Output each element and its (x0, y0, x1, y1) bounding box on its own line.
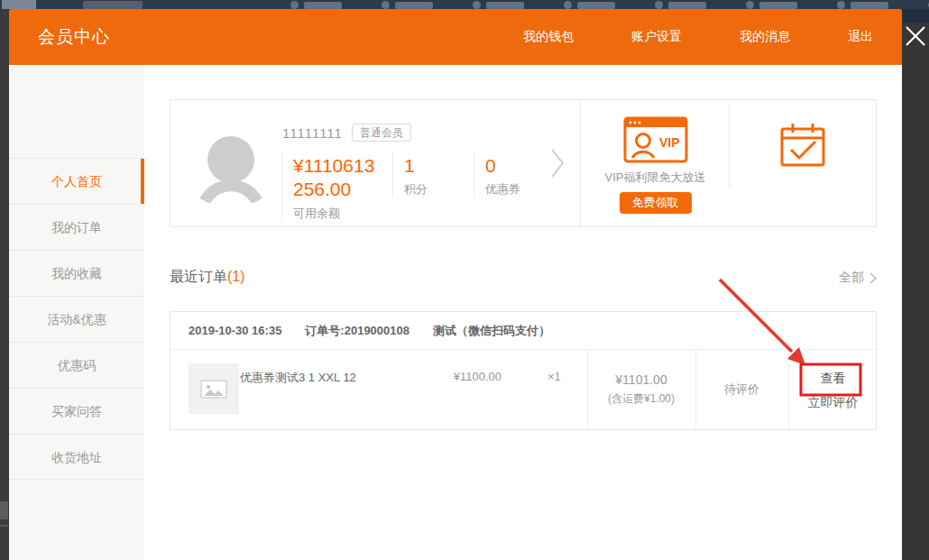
vip-promo-section: VIP VIP福利限免大放送 免费领取 (581, 100, 730, 226)
modal-header: 会员中心 我的钱包 账户设置 我的消息 退出 (9, 9, 902, 65)
sidebar-item-activities-offers[interactable]: 活动&优惠 (9, 296, 144, 342)
member-level-badge: 普通会员 (352, 124, 411, 142)
screen: 会员中心 我的钱包 账户设置 我的消息 退出 个人首页 我的订单 我的收藏 活动… (0, 0, 929, 560)
username: 11111111 (282, 125, 343, 141)
sidebar-item-buyer-qa[interactable]: 买家问答 (9, 388, 144, 434)
nav-my-messages[interactable]: 我的消息 (740, 29, 790, 45)
vip-browser-icon: VIP (581, 116, 730, 167)
background-right-navbar-strip (902, 9, 929, 23)
coupons-stat[interactable]: 0 优惠券 (474, 152, 560, 197)
points-label: 积分 (404, 181, 463, 197)
header-nav: 我的钱包 账户设置 我的消息 退出 (523, 9, 873, 65)
order-number: 订单号:2019000108 (305, 312, 409, 349)
view-all-orders-link[interactable]: 全部 (839, 270, 877, 286)
background-left-strip (0, 9, 9, 560)
points-stat[interactable]: 1 积分 (392, 152, 474, 197)
coupons-label: 优惠券 (485, 181, 549, 197)
order-total: ¥1101.00 (615, 372, 667, 387)
image-icon (189, 363, 239, 414)
points-value: 1 (404, 154, 463, 178)
product-image-placeholder[interactable] (189, 363, 239, 414)
order-card-header: 2019-10-30 16:35 订单号:2019000108 测试（微信扫码支… (170, 312, 876, 350)
nav-logout[interactable]: 退出 (848, 29, 873, 45)
order-card-body: 优惠券测试3 1 XXL 12 ¥1100.00 ×1 ¥1101.00 (含运… (170, 350, 876, 429)
recent-orders-count: (1) (227, 269, 245, 284)
order-shipping-fee: (含运费¥1.00) (608, 391, 675, 407)
close-icon (903, 23, 928, 49)
order-total-column: ¥1101.00 (含运费¥1.00) (587, 350, 695, 429)
balance-value: ¥1110613256.00 (293, 154, 382, 202)
order-status: 待评价 (695, 350, 788, 429)
sidebar-item-coupon-code[interactable]: 优惠码 (9, 342, 144, 388)
recent-orders-title-text: 最近订单 (170, 269, 227, 284)
calendar-check-icon (730, 120, 876, 174)
nav-my-wallet[interactable]: 我的钱包 (523, 29, 574, 45)
view-all-label: 全部 (839, 270, 864, 286)
calendar-section[interactable] (730, 100, 876, 226)
coupons-value: 0 (485, 154, 549, 178)
close-button[interactable] (903, 23, 928, 49)
recent-orders-header: 最近订单(1) 全部 (170, 268, 877, 289)
sidebar: 个人首页 我的订单 我的收藏 活动&优惠 优惠码 买家问答 收货地址 (9, 65, 144, 560)
order-datetime: 2019-10-30 16:35 (189, 312, 281, 349)
recent-orders-title: 最近订单(1) (170, 269, 245, 284)
background-content-fragment (0, 501, 8, 519)
background-right-strip (902, 23, 929, 560)
sidebar-item-shipping-address[interactable]: 收货地址 (9, 434, 144, 480)
sidebar-item-my-favorites[interactable]: 我的收藏 (9, 250, 144, 296)
free-claim-button[interactable]: 免费领取 (620, 192, 692, 214)
sidebar-item-personal-home[interactable]: 个人首页 (9, 158, 144, 204)
product-quantity: ×1 (547, 370, 561, 383)
background-content-line (0, 525, 8, 527)
user-stats: ¥1110613256.00 可用余额 1 积分 0 优惠券 (281, 152, 560, 222)
order-note: 测试（微信扫码支付） (433, 312, 550, 349)
chevron-right-small-icon (869, 272, 877, 284)
page-title: 会员中心 (38, 9, 110, 65)
member-center-modal: 会员中心 我的钱包 账户设置 我的消息 退出 个人首页 我的订单 我的收藏 活动… (9, 9, 902, 560)
order-actions-column: 查看 立即评价 (788, 350, 878, 429)
person-icon (196, 133, 266, 203)
vip-promo-card: VIP VIP福利限免大放送 免费领取 (580, 99, 877, 227)
vip-icon-text: VIP (659, 135, 680, 150)
user-info-card[interactable]: 11111111 普通会员 ¥1110613256.00 可用余额 1 积分 0… (170, 99, 581, 227)
background-logo (2, 0, 36, 9)
nav-account-settings[interactable]: 账户设置 (631, 29, 682, 45)
background-nav-text-fragment (83, 1, 143, 9)
order-card: 2019-10-30 16:35 订单号:2019000108 测试（微信扫码支… (170, 311, 877, 430)
product-name[interactable]: 优惠券测试3 1 XXL 12 (240, 370, 356, 386)
review-now-button[interactable]: 立即评价 (808, 394, 859, 410)
product-price: ¥1100.00 (428, 370, 501, 383)
avatar (196, 133, 266, 203)
chevron-right-icon[interactable] (550, 147, 566, 183)
background-nav-items (290, 1, 929, 9)
view-order-button[interactable]: 查看 (821, 370, 846, 386)
balance-stat[interactable]: ¥1110613256.00 可用余额 (281, 152, 392, 222)
balance-label: 可用余额 (293, 206, 382, 222)
background-page-navbar (0, 0, 929, 9)
vip-promo-caption: VIP福利限免大放送 (581, 170, 730, 186)
sidebar-item-my-orders[interactable]: 我的订单 (9, 204, 144, 250)
